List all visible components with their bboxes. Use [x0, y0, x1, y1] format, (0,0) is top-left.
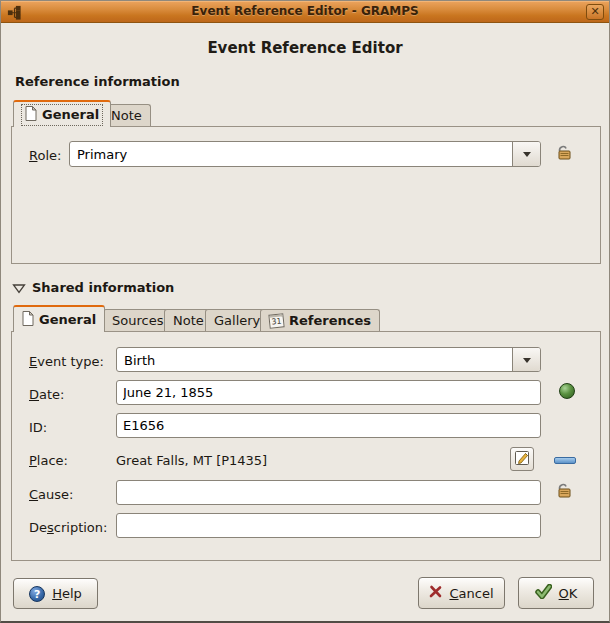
calendar-31-icon: 31 [268, 313, 284, 328]
event-type-combobox[interactable]: Birth [116, 347, 541, 372]
ok-button[interactable]: OK [518, 577, 594, 609]
edit-pencil-icon [514, 450, 530, 469]
cancel-button-label: Cancel [449, 586, 493, 601]
tab-shared-note-label: Note [173, 313, 204, 328]
role-combobox[interactable]: Primary [69, 141, 541, 167]
date-validity-led-button[interactable] [559, 383, 575, 399]
help-button[interactable]: ? Help [13, 578, 98, 609]
event-type-label: Event type: [29, 354, 104, 369]
cancel-x-icon [429, 585, 442, 601]
description-label: Description: [29, 520, 107, 535]
id-input[interactable] [116, 413, 541, 438]
tab-shared-sources-label: Sources [112, 313, 163, 328]
cancel-button[interactable]: Cancel [418, 577, 505, 609]
event-type-value: Birth [124, 352, 155, 367]
role-label: Role: [29, 148, 61, 163]
help-icon: ? [29, 586, 45, 602]
page-icon [25, 106, 37, 124]
privacy-lock-icon-role[interactable] [554, 143, 574, 165]
edit-place-button[interactable] [510, 447, 534, 471]
tab-shared-references-label: References [289, 313, 371, 328]
window-title: Event Reference Editor - GRAMPS [1, 4, 609, 18]
tab-shared-general-label: General [39, 312, 96, 327]
tab-ref-general[interactable]: General [13, 100, 111, 127]
help-button-label: Help [52, 586, 82, 601]
cause-label: Cause: [29, 487, 73, 502]
role-value: Primary [77, 147, 127, 162]
ok-button-label: OK [559, 586, 578, 601]
event-reference-editor-window: Event Reference Editor - GRAMPS ✕ Event … [0, 0, 610, 623]
shared-section-title: Shared information [32, 280, 174, 295]
tab-ref-general-label: General [42, 107, 99, 122]
tab-shared-gallery-label: Gallery [214, 313, 260, 328]
description-input[interactable] [116, 513, 541, 538]
tab-ref-note-label: Note [111, 108, 142, 123]
place-label: Place: [29, 453, 68, 468]
date-label: Date: [29, 387, 64, 402]
chevron-down-icon [523, 358, 531, 367]
ok-check-icon [535, 584, 552, 602]
chevron-down-icon [523, 152, 531, 161]
tab-shared-references[interactable]: 31 References [260, 309, 380, 331]
tab-shared-sources[interactable]: Sources [103, 309, 172, 331]
privacy-lock-icon-cause[interactable] [554, 481, 574, 503]
event-type-dropdown-button[interactable] [512, 348, 540, 371]
shared-expander[interactable] [12, 282, 26, 293]
role-dropdown-button[interactable] [512, 142, 540, 166]
place-value: Great Falls, MT [P1435] [116, 453, 267, 468]
close-icon[interactable]: ✕ [586, 4, 604, 20]
reference-section-title: Reference information [15, 74, 180, 89]
titlebar[interactable]: Event Reference Editor - GRAMPS ✕ [1, 1, 609, 23]
page-title: Event Reference Editor [1, 39, 609, 57]
page-icon [22, 311, 34, 329]
id-label: ID: [29, 420, 47, 435]
remove-place-icon[interactable] [554, 457, 576, 464]
date-input[interactable] [116, 380, 541, 405]
tab-shared-general[interactable]: General [13, 305, 105, 332]
cause-input[interactable] [116, 480, 541, 505]
